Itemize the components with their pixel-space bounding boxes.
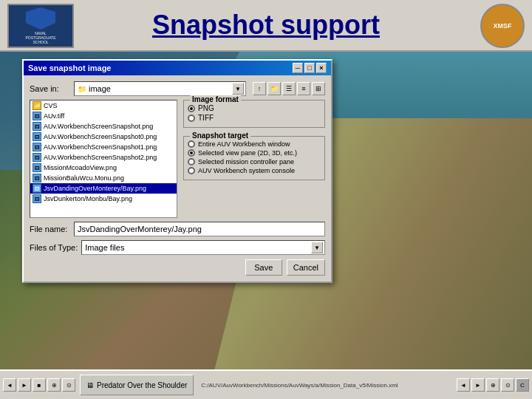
taskbar-app-item[interactable]: 🖥 Predator Over the Shoulder [80,375,194,395]
save-in-combo[interactable]: 📁 image ▼ [74,81,246,96]
folder-icon: 📁 [33,101,41,110]
save-dialog: Save snapshot image ─ □ × Save in: 📁 ima… [22,59,332,283]
filetype-label: Files of Type: [30,243,78,252]
dialog-maximize-button[interactable]: □ [304,63,315,73]
save-button[interactable]: Save [245,259,282,276]
console-btn[interactable]: C [516,378,529,392]
nav-up-button[interactable]: ↑ [253,82,266,95]
format-png-radio[interactable]: PNG [188,104,321,112]
view-thumbs-button[interactable]: ⊞ [312,82,325,95]
file-item-name: CVS [44,102,58,109]
dialog-titlebar: Save snapshot image ─ □ × [24,61,331,75]
filename-row: File name: [30,222,325,236]
taskbar-status: C:/AUV/AuvWorkbench/Missions/AuvWays/a/M… [195,382,454,389]
cancel-button[interactable]: Cancel [287,259,325,276]
file-list-item[interactable]: 🖼JsvDunkerton/Monbu/Bay.png [30,194,177,204]
file-list-item[interactable]: 🖼JsvDandingOverMonterey/Bay.png [30,183,177,194]
image-file-icon: 🖼 [33,112,41,120]
radio-indicator [188,167,195,174]
taskbar-right-btn-1[interactable]: ◄ [457,378,470,392]
image-file-icon: 🖼 [33,122,41,131]
file-list-item[interactable]: 🖼MissionMcoadoView.png [30,163,177,173]
view-details-button[interactable]: ≡ [297,82,310,95]
file-item-name: AUv.WorkbenchScreenSnapshot2.png [44,154,157,161]
image-file-icon: 🖼 [33,143,41,151]
filename-label: File name: [30,225,70,233]
dialog-title: Save snapshot image [28,64,112,72]
folder-icon: 📁 [78,85,86,93]
save-in-row: Save in: 📁 image ▼ ↑ 📁 ☰ ≡ ⊞ [30,81,325,96]
image-file-icon: 🖼 [33,184,41,193]
taskbar-btn-2[interactable]: ► [18,378,31,392]
dialog-minimize-button[interactable]: ─ [293,63,303,73]
file-list-item[interactable]: 🖼MissionBaluWcu.Monu.png [30,173,177,183]
filetype-value: Image files [85,243,124,252]
file-list-item[interactable]: 🖼AUv.WorkbenchScreenSnapshot1.png [30,142,177,152]
right-panel: Image format PNG TIFF Snapshot target En… [183,100,325,218]
snapshot-target-label: Selected mission controller pane [198,158,294,166]
file-list-item[interactable]: 🖼AUv.WorkbenchScreenSnapshot.png [30,121,177,132]
snapshot-target-option[interactable]: AUV Workbench system console [188,167,321,174]
image-file-icon: 🖼 [33,174,41,183]
taskbar-right-btn-4[interactable]: ⊙ [501,378,514,392]
file-list-container: 📁CVS🖼AUv.tiff🖼AUv.WorkbenchScreenSnapsho… [30,100,325,218]
image-file-icon: 🖼 [33,163,41,172]
file-item-name: AUv.tiff [44,112,64,120]
taskbar-right-btn-3[interactable]: ⊕ [486,378,499,392]
taskbar-btn-1[interactable]: ◄ [3,378,16,392]
view-list-button[interactable]: ☰ [282,82,296,95]
file-item-name: MissionBaluWcu.Monu.png [44,174,124,182]
taskbar-right-btn-2[interactable]: ► [471,378,485,392]
image-file-icon: 🖼 [33,132,41,141]
snapshot-target-option[interactable]: Selected mission controller pane [188,158,321,166]
image-file-icon: 🖼 [33,153,41,162]
filetype-combo[interactable]: Image files ▼ [81,240,325,255]
taskbar-btn-3[interactable]: ■ [33,378,46,392]
xmsf-logo: XMSF [480,4,525,48]
format-tiff-label: TIFF [198,114,214,122]
filename-input[interactable] [74,222,325,236]
snapshot-target-label: Selected view pane (2D, 3D, etc.) [198,149,297,157]
file-list-item[interactable]: 🖼AUv.WorkbenchScreenSnapshot2.png [30,152,177,163]
save-in-dropdown-arrow[interactable]: ▼ [232,83,244,95]
header: NAVAL POSTGRADUATE SCHOOL Snapshot suppo… [0,0,532,52]
taskbar: ◄ ► ■ ⊕ ⊙ 🖥 Predator Over the Shoulder C… [0,369,532,399]
snapshot-target-list: Entire AUV Workbench windowSelected view… [188,140,321,174]
save-in-value: image [89,84,111,93]
file-item-name: JsvDandingOverMonterey/Bay.png [44,185,146,192]
taskbar-status-path: C:/AUV/AuvWorkbench/Missions/AuvWays/a/M… [201,382,448,389]
taskbar-left: ◄ ► ■ ⊕ ⊙ [0,378,78,392]
file-list-item[interactable]: 🖼AUv.WorkbenchScreenSnapshot0.png [30,132,177,142]
filetype-dropdown-arrow[interactable]: ▼ [311,242,323,253]
taskbar-btn-4[interactable]: ⊕ [47,378,61,392]
radio-indicator [188,140,195,148]
nps-text: NAVAL POSTGRADUATE SCHOOL [25,31,55,44]
snapshot-target-option[interactable]: Selected view pane (2D, 3D, etc.) [188,149,321,157]
file-list-item[interactable]: 🖼AUv.tiff [30,111,177,121]
dialog-close-button[interactable]: × [316,63,327,73]
taskbar-right: ◄ ► ⊕ ⊙ C [454,378,532,392]
png-radio-indicator [188,105,195,112]
taskbar-btn-5[interactable]: ⊙ [62,378,75,392]
file-item-name: AUv.WorkbenchScreenSnapshot0.png [44,133,157,140]
file-list-item[interactable]: 📁CVS [30,100,177,111]
image-format-group: Image format PNG TIFF [183,100,325,128]
page-title: Snapshot support [152,10,380,41]
taskbar-app-label: Predator Over the Shoulder [97,381,187,389]
file-list[interactable]: 📁CVS🖼AUv.tiff🖼AUv.WorkbenchScreenSnapsho… [30,100,177,218]
taskbar-app-icon: 🖥 [86,381,94,389]
dialog-titlebar-buttons: ─ □ × [293,63,327,73]
nps-shield [26,7,55,30]
radio-indicator [188,158,195,166]
snapshot-target-group: Snapshot target Entire AUV Workbench win… [183,136,325,180]
filetype-row: Files of Type: Image files ▼ [30,240,325,255]
snapshot-target-option[interactable]: Entire AUV Workbench window [188,140,321,148]
nps-logo: NAVAL POSTGRADUATE SCHOOL [7,4,74,48]
xmsf-label: XMSF [493,22,511,30]
format-tiff-radio[interactable]: TIFF [188,114,321,122]
toolbar-buttons: ↑ 📁 ☰ ≡ ⊞ [253,82,325,95]
save-in-label: Save in: [30,84,70,93]
new-folder-button[interactable]: 📁 [267,82,281,95]
snapshot-target-title: Snapshot target [190,132,250,140]
image-file-icon: 🖼 [33,194,41,203]
